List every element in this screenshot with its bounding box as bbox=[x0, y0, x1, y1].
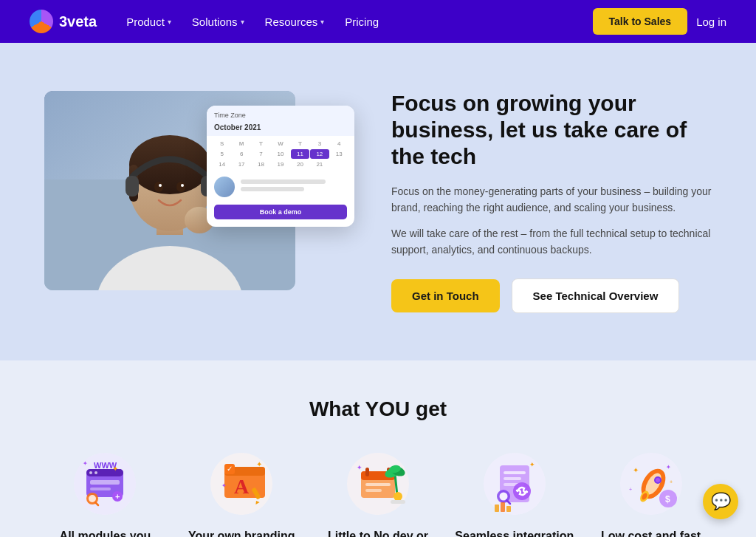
nav-item-solutions[interactable]: Solutions ▾ bbox=[183, 10, 253, 34]
feature-integration-label: Seamless integration bbox=[455, 529, 574, 537]
see-technical-overview-button[interactable]: See Technical Overview bbox=[512, 278, 680, 313]
svg-text:✦: ✦ bbox=[529, 461, 535, 468]
navbar: 3veta Product ▾ Solutions ▾ Resources ▾ … bbox=[0, 0, 756, 43]
text-line-1 bbox=[241, 179, 326, 184]
nav-item-resources[interactable]: Resources ▾ bbox=[256, 10, 334, 34]
feature-branding: A ✓ ✦ ✦ Your own branding bbox=[181, 451, 303, 537]
chat-bubble-button[interactable]: 💬 bbox=[703, 484, 738, 519]
cal-day-3[interactable]: 3 bbox=[310, 139, 329, 148]
cal-header-wed: W bbox=[271, 139, 289, 148]
hero-desc-2: We will take care of the rest – from the… bbox=[391, 225, 712, 259]
nav-item-product[interactable]: Product ▾ bbox=[117, 10, 180, 34]
feature-dev: ✦ Little to No dev or maintenance effort bbox=[317, 451, 439, 537]
timezone-label: Time Zone bbox=[207, 106, 354, 122]
cal-day-6[interactable]: 6 bbox=[232, 149, 250, 159]
svg-rect-64 bbox=[506, 506, 511, 512]
chevron-down-icon: ▾ bbox=[241, 18, 244, 26]
chevron-down-icon: ▾ bbox=[168, 18, 171, 26]
nav-item-pricing[interactable]: Pricing bbox=[336, 10, 388, 34]
cal-day-13[interactable]: 13 bbox=[330, 149, 348, 159]
svg-rect-7 bbox=[126, 176, 139, 196]
feature-deployment-label: Low cost and fast deployment bbox=[590, 529, 712, 537]
get-in-touch-button[interactable]: Get in Touch bbox=[391, 279, 500, 312]
svg-text:+: + bbox=[115, 492, 120, 501]
svg-text:✦: ✦ bbox=[221, 482, 227, 489]
book-demo-button[interactable]: Book a demo bbox=[214, 205, 347, 219]
cal-header-thu: T bbox=[291, 139, 309, 148]
hero-visuals: Time Zone October 2021 S M T W T 3 4 5 6… bbox=[44, 91, 354, 312]
svg-point-5 bbox=[129, 135, 210, 194]
cal-day-17[interactable]: 17 bbox=[232, 160, 250, 169]
cal-header-mon: M bbox=[232, 139, 250, 148]
svg-text:✦: ✦ bbox=[357, 464, 362, 471]
svg-point-50 bbox=[394, 492, 402, 501]
svg-rect-45 bbox=[365, 489, 382, 492]
svg-rect-44 bbox=[365, 483, 391, 486]
text-line-2 bbox=[241, 187, 304, 191]
modules-icon: WWW + ✦ ✦ bbox=[72, 451, 138, 517]
cal-day-11-selected[interactable]: 11 bbox=[291, 149, 309, 159]
hero-desc-1: Focus on the money-generating parts of y… bbox=[391, 183, 712, 216]
svg-point-70 bbox=[656, 478, 660, 482]
svg-point-10 bbox=[154, 182, 163, 192]
svg-rect-20 bbox=[90, 488, 111, 490]
cal-day-21[interactable]: 21 bbox=[310, 160, 329, 169]
cal-day-20[interactable]: 20 bbox=[291, 160, 309, 169]
integration-icon: ✦ bbox=[481, 451, 548, 517]
chat-icon: 💬 bbox=[711, 492, 731, 511]
nav-actions: Talk to Sales Log in bbox=[593, 8, 726, 35]
feature-modules: WWW + ✦ ✦ All modules you need bbox=[44, 451, 166, 537]
cal-day-5[interactable]: 5 bbox=[213, 149, 231, 159]
hero-section: Time Zone October 2021 S M T W T 3 4 5 6… bbox=[0, 43, 756, 360]
cal-day-18[interactable]: 18 bbox=[252, 160, 270, 169]
text-lines bbox=[241, 179, 347, 194]
deployment-icon: ✦ ✦ + + $ bbox=[618, 451, 684, 517]
cal-day-10[interactable]: 10 bbox=[271, 149, 289, 159]
scheduling-ui-overlay: Time Zone October 2021 S M T W T 3 4 5 6… bbox=[207, 106, 354, 227]
nav-items: Product ▾ Solutions ▾ Resources ▾ Pricin… bbox=[117, 10, 586, 34]
feature-dev-label: Little to No dev or maintenance effort bbox=[317, 529, 439, 537]
cal-day-4[interactable]: 4 bbox=[330, 139, 348, 148]
talk-to-sales-button[interactable]: Talk to Sales bbox=[593, 8, 688, 35]
svg-text:✦: ✦ bbox=[112, 465, 118, 473]
feature-integration: ✦ Seamless integration bbox=[453, 451, 575, 537]
svg-text:A: A bbox=[234, 475, 250, 498]
svg-rect-62 bbox=[495, 504, 499, 512]
person-preview bbox=[207, 172, 354, 202]
svg-text:+: + bbox=[629, 487, 632, 492]
svg-point-12 bbox=[159, 184, 162, 187]
svg-text:✦: ✦ bbox=[633, 466, 639, 474]
features-grid: WWW + ✦ ✦ All modules you need bbox=[44, 451, 712, 537]
cal-day-19[interactable]: 19 bbox=[271, 160, 289, 169]
svg-text:$: $ bbox=[665, 494, 670, 504]
cal-header-tue: T bbox=[252, 139, 270, 148]
svg-rect-42 bbox=[365, 468, 369, 476]
calendar-month: October 2021 bbox=[207, 122, 354, 136]
svg-rect-51 bbox=[391, 500, 405, 504]
cal-day-12-selected[interactable]: 12 bbox=[310, 149, 329, 159]
login-button[interactable]: Log in bbox=[696, 16, 726, 28]
cal-day-7[interactable]: 7 bbox=[252, 149, 270, 159]
svg-rect-19 bbox=[90, 480, 120, 485]
svg-text:+: + bbox=[670, 479, 673, 485]
svg-rect-55 bbox=[504, 471, 526, 474]
hero-title: Focus on growing your business, let us t… bbox=[391, 90, 712, 170]
svg-text:✦: ✦ bbox=[666, 464, 671, 471]
feature-branding-label: Your own branding bbox=[188, 529, 295, 537]
svg-point-13 bbox=[181, 184, 184, 187]
feature-modules-label: All modules you need bbox=[44, 529, 166, 537]
svg-point-17 bbox=[89, 471, 92, 474]
hero-text: Focus on growing your business, let us t… bbox=[391, 90, 712, 314]
logo[interactable]: 3veta bbox=[30, 10, 97, 33]
svg-point-11 bbox=[176, 182, 185, 192]
chevron-down-icon: ▾ bbox=[320, 18, 324, 26]
cal-day-14[interactable]: 14 bbox=[213, 160, 231, 169]
calendar-grid: S M T W T 3 4 5 6 7 10 11 12 13 14 17 18… bbox=[207, 136, 354, 172]
svg-text:✦: ✦ bbox=[83, 460, 88, 467]
svg-point-23 bbox=[89, 495, 96, 502]
section-title: What YOU get bbox=[44, 397, 712, 421]
dev-icon: ✦ bbox=[345, 451, 411, 517]
hero-buttons: Get in Touch See Technical Overview bbox=[391, 278, 712, 313]
avatar bbox=[214, 177, 235, 197]
feature-deployment: ✦ ✦ + + $ Low cost and fast deployment bbox=[590, 451, 712, 537]
